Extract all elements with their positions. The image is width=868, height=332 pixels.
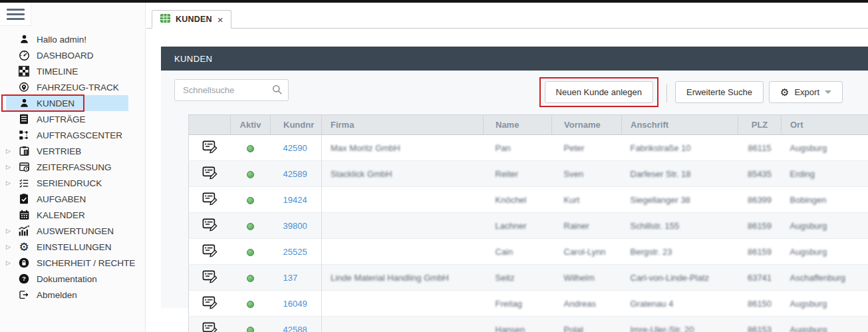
customers-icon bbox=[17, 98, 31, 108]
table-row[interactable]: 25525CainCarol-LynnBergstr. 2386159Augsb… bbox=[189, 239, 868, 265]
cell-name: Hansen bbox=[484, 317, 552, 332]
order-center-icon bbox=[17, 130, 31, 140]
svg-text:?: ? bbox=[22, 275, 26, 282]
table-row[interactable]: 42588HansenPolatImre-Uler-Str. 2086153Au… bbox=[189, 317, 868, 332]
cell-aktiv bbox=[231, 187, 271, 213]
cell-ort: Augsburg bbox=[782, 213, 868, 239]
cell-vorname: Peter bbox=[552, 135, 622, 161]
cell-aktiv bbox=[231, 239, 271, 265]
export-label: Export bbox=[794, 87, 819, 97]
expand-caret-icon: ▷ bbox=[6, 180, 17, 186]
cell-kundnr: 19424 bbox=[271, 187, 322, 213]
active-status-dot bbox=[247, 197, 254, 204]
cell-aktiv bbox=[231, 317, 271, 332]
kundnr-link[interactable]: 39800 bbox=[283, 221, 307, 231]
cell-kundnr: 42590 bbox=[271, 135, 322, 161]
menu-toggle-button[interactable] bbox=[0, 3, 31, 26]
table-green-icon bbox=[160, 13, 170, 25]
table-row[interactable]: 16049FreitagAndreasGratenau 486150Augsbu… bbox=[189, 291, 868, 317]
column-header-actions[interactable] bbox=[189, 115, 231, 135]
tasks-icon bbox=[17, 194, 31, 204]
cell-vorname: Polat bbox=[552, 317, 622, 332]
cell-kundnr: 25525 bbox=[271, 239, 322, 265]
sidebar-item-sicherheit-rechte[interactable]: ▷SICHERHEIT / RECHTE bbox=[6, 255, 128, 271]
logout-icon bbox=[17, 289, 31, 300]
sidebar-item-aufgaben[interactable]: AUFGABEN bbox=[6, 191, 128, 207]
edit-note-icon[interactable] bbox=[202, 244, 217, 257]
edit-note-icon[interactable] bbox=[202, 140, 217, 154]
edit-note-icon[interactable] bbox=[202, 218, 217, 232]
vehicle-track-icon bbox=[17, 82, 31, 93]
chevron-down-icon bbox=[825, 90, 831, 94]
kundnr-link[interactable]: 16049 bbox=[283, 299, 307, 309]
sidebar-item-kunden[interactable]: KUNDEN bbox=[6, 95, 128, 111]
cell-kundnr: 42589 bbox=[271, 161, 322, 187]
table-row[interactable]: 19424KnöchelKurtSiegellanger 3886399Bobi… bbox=[189, 187, 868, 213]
sidebar-item-auftragscenter[interactable]: AUFTRAGSCENTER bbox=[6, 127, 128, 143]
kunden-panel: KUNDEN Neuen Kunde anlegen bbox=[161, 47, 868, 308]
cell-plz: 63741 bbox=[738, 265, 782, 291]
cell-plz: 86159 bbox=[738, 239, 782, 265]
kundnr-link[interactable]: 42588 bbox=[283, 325, 307, 332]
kundnr-link[interactable]: 19424 bbox=[283, 195, 307, 205]
column-header-anschrift[interactable]: Anschrift bbox=[622, 115, 738, 135]
sidebar-item-auswertungen[interactable]: ▷AUSWERTUNGEN bbox=[6, 223, 128, 239]
sidebar-item-einstellungen[interactable]: ▷⚙EINSTELLUNGEN bbox=[6, 239, 128, 255]
column-header-name[interactable]: Name bbox=[484, 115, 552, 135]
column-header-aktiv[interactable]: Aktiv bbox=[231, 115, 271, 135]
edit-note-icon[interactable] bbox=[202, 166, 217, 180]
sidebar-item-kalender[interactable]: KALENDER bbox=[6, 207, 128, 223]
advanced-search-button[interactable]: Erweiterte Suche bbox=[675, 81, 764, 103]
cell-plz: 86150 bbox=[738, 291, 782, 317]
kundnr-link[interactable]: 42589 bbox=[283, 169, 307, 179]
column-header-vorname[interactable]: Vorname bbox=[552, 115, 622, 135]
panel-title: KUNDEN bbox=[174, 54, 212, 64]
export-button[interactable]: ⚙ Export bbox=[769, 81, 843, 103]
new-customer-button[interactable]: Neuen Kunde anlegen bbox=[545, 81, 653, 103]
table-row[interactable]: 39800LachnerRainerSchillstr. 15586159Aug… bbox=[189, 213, 868, 239]
cell-actions bbox=[189, 239, 231, 265]
cell-kundnr: 137 bbox=[271, 265, 322, 291]
cell-vorname: Carol-Lynn bbox=[552, 239, 622, 265]
column-header-ort[interactable]: Ort bbox=[782, 115, 868, 135]
kundnr-link[interactable]: 137 bbox=[283, 273, 298, 283]
edit-note-icon[interactable] bbox=[202, 269, 217, 283]
column-header-firma[interactable]: Firma bbox=[322, 115, 484, 135]
table-row[interactable]: 42589Stacklick GmbHReiterSvenDarfeser St… bbox=[189, 161, 868, 187]
tab-kunden[interactable]: KUNDEN × bbox=[152, 10, 231, 29]
panel-header: KUNDEN bbox=[161, 47, 868, 71]
table-row[interactable]: 137Linde Material Handling GmbHSeitzWilh… bbox=[189, 265, 868, 291]
sidebar-item-dokumentation[interactable]: ?Dokumentation bbox=[6, 271, 128, 287]
table-row[interactable]: 42590Max Moritz GmbHPanPeterFabrikstraße… bbox=[189, 135, 868, 161]
column-header-kundnr[interactable]: Kundnr bbox=[271, 115, 322, 135]
cell-vorname: Kurt bbox=[552, 187, 622, 213]
kundnr-link[interactable]: 25525 bbox=[283, 247, 307, 257]
panel-body: Neuen Kunde anlegen Erweiterte Suche ⚙ E… bbox=[161, 71, 868, 308]
expand-caret-icon: ▷ bbox=[6, 148, 17, 154]
cell-name: Lachner bbox=[484, 213, 552, 239]
edit-note-icon[interactable] bbox=[202, 321, 217, 332]
cell-actions bbox=[189, 135, 231, 161]
active-status-dot bbox=[247, 327, 254, 332]
sidebar-item-hallo-admin[interactable]: Hallo admin! bbox=[6, 31, 128, 47]
cell-vorname: Wilhelm bbox=[552, 265, 622, 291]
cell-firma bbox=[322, 213, 484, 239]
kundnr-link[interactable]: 42590 bbox=[283, 143, 307, 153]
sidebar-item-vertrieb[interactable]: ▷VERTRIEB bbox=[6, 143, 128, 159]
sidebar-item-zeiterfassung[interactable]: ▷ZEITERFASSUNG bbox=[6, 159, 128, 175]
sidebar-item-dashboard[interactable]: DASHBOARD bbox=[6, 47, 128, 63]
cell-kundnr: 42588 bbox=[271, 317, 322, 332]
close-icon[interactable]: × bbox=[217, 15, 223, 25]
sidebar-item-abmelden[interactable]: Abmelden bbox=[6, 287, 128, 303]
cell-plz: 86115 bbox=[738, 135, 782, 161]
cell-vorname: Rainer bbox=[552, 213, 622, 239]
column-header-plz[interactable]: PLZ bbox=[738, 115, 782, 135]
cell-ort: Augsburg bbox=[782, 317, 868, 332]
cell-anschrift: Darfeser Str. 18 bbox=[622, 161, 738, 187]
sidebar-item-timeline[interactable]: TIMELINE bbox=[6, 63, 128, 79]
sidebar-item-aufträge[interactable]: AUFTRÄGE bbox=[6, 111, 128, 127]
edit-note-icon[interactable] bbox=[202, 295, 217, 309]
edit-note-icon[interactable] bbox=[202, 192, 217, 206]
sidebar-item-fahrzeug-track[interactable]: FAHRZEUG-TRACK bbox=[6, 79, 128, 95]
sidebar-item-seriendruck[interactable]: ▷SERIENDRUCK bbox=[6, 175, 128, 191]
